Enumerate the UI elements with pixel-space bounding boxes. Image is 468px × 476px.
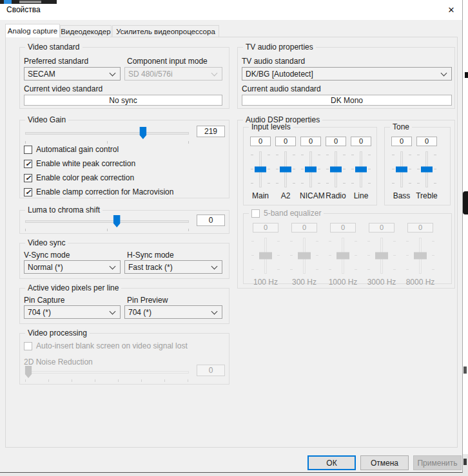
slider-ticks (25, 141, 189, 144)
level-line: 0 Line (350, 137, 372, 200)
chevron-down-icon (211, 263, 218, 270)
level-slider[interactable] (300, 151, 322, 188)
background-title-text-fragment (19, 1, 41, 3)
slider-track (25, 371, 189, 374)
pin-preview-select[interactable]: 704 (*) (124, 305, 222, 319)
group-luma-shift: Luma to chroma shift 0 (19, 210, 229, 234)
slider-track[interactable] (25, 220, 189, 223)
color-peak-checkbox[interactable]: ✓ (24, 174, 32, 182)
slider-thumb[interactable] (421, 167, 433, 173)
group-active-pixels: Active video pixels per line Pin Capture… (19, 288, 229, 324)
hsync-mode-label: H-Sync mode (127, 251, 174, 260)
tone-value: 0 (416, 137, 437, 146)
group-tv-audio: TV audio properties TV audio standard DK… (237, 47, 455, 109)
slider-thumb[interactable] (280, 167, 291, 173)
level-a2: 0 A2 (275, 137, 297, 200)
ok-button[interactable]: ОК (307, 455, 356, 470)
level-slider[interactable] (325, 151, 347, 188)
eq-band-300: 0 300 Hz (289, 223, 320, 287)
slider-track[interactable] (25, 132, 189, 135)
apply-button: Применить (413, 455, 462, 470)
slider-thumb[interactable] (396, 167, 407, 173)
clamp-checkbox[interactable]: ✓ (24, 188, 32, 196)
group-title: Video sync (25, 238, 68, 247)
background-fragment (463, 459, 467, 465)
background-fragment (463, 367, 467, 374)
equalizer-label: 5-band equalizer (264, 209, 321, 218)
component-input-mode-label: Component input mode (127, 57, 208, 66)
slider-thumb (414, 252, 427, 260)
slider-thumb[interactable] (113, 215, 121, 227)
chevron-down-icon (110, 263, 116, 270)
luma-shift-slider[interactable] (25, 215, 189, 227)
band-label: 3000 Hz (366, 278, 397, 287)
band-value: 0 (369, 223, 395, 233)
pin-capture-select[interactable]: 704 (*) (24, 305, 121, 319)
group-title: Active video pixels per line (25, 283, 121, 292)
preferred-standard-label: Preferred standard (24, 57, 88, 66)
band-value: 0 (291, 223, 317, 233)
band-slider (327, 237, 358, 274)
agc-checkbox[interactable]: ✓ (24, 146, 32, 154)
current-audio-standard-label: Current audio standard (242, 84, 321, 93)
tv-audio-standard-select[interactable]: DK/BG [Autodetect] (242, 67, 452, 81)
level-label: NICAM (300, 191, 322, 200)
white-peak-checkbox[interactable]: ✓ (24, 160, 32, 168)
tone-bass: 0 Bass (391, 137, 413, 200)
level-radio: 0 Radio (325, 137, 347, 200)
close-icon[interactable]: ✕ (445, 4, 457, 15)
slider-thumb[interactable] (139, 127, 146, 139)
band-value: 0 (330, 223, 356, 233)
pin-preview-label: Pin Preview (127, 296, 168, 305)
luma-shift-value: 0 (197, 214, 225, 226)
tone-value: 0 (391, 137, 412, 146)
slider-thumb[interactable] (330, 167, 342, 173)
selected-value: 704 (*) (128, 308, 151, 317)
tab-video-amplifier[interactable]: Усилитель видеопроцессора (112, 25, 219, 37)
white-peak-label: Enable white peak correction (36, 159, 135, 168)
eq-band-8000: 0 8000 Hz (405, 223, 436, 287)
group-video-gain: Video Gain 219 ✓ Automatical gain contro… (19, 120, 229, 198)
slider-thumb[interactable] (355, 167, 367, 173)
chevron-down-icon (110, 309, 116, 315)
hsync-mode-select[interactable]: Fast track (*) (124, 260, 222, 274)
level-value: 0 (326, 137, 346, 146)
band-label: 1000 Hz (327, 278, 358, 287)
selected-value: Fast track (*) (128, 263, 173, 272)
clamp-checkbox-row: ✓ Enable clamp correction for Macrovisio… (24, 187, 173, 196)
group-equalizer: ✓ 5-band equalizer 0 100 Hz 0 300 Hz 0 1… (243, 213, 452, 284)
background-fragment (465, 72, 468, 78)
component-input-mode-select: SD 480i/576i (124, 67, 222, 81)
slider-thumb (298, 252, 311, 260)
pin-capture-label: Pin Capture (24, 296, 64, 305)
eq-band-3000: 0 3000 Hz (366, 223, 397, 287)
selected-value: DK/BG [Autodetect] (246, 70, 313, 79)
vsync-mode-select[interactable]: Normal (*) (24, 260, 121, 274)
level-slider[interactable] (350, 151, 372, 188)
tone-slider[interactable] (391, 151, 413, 188)
vsync-mode-label: V-Sync mode (24, 251, 70, 260)
tone-label: Treble (416, 191, 438, 200)
band-label: 8000 Hz (405, 278, 436, 287)
group-title: Input levels (249, 122, 293, 131)
background-fragment (463, 454, 468, 476)
cancel-button[interactable]: Отмена (360, 455, 409, 470)
color-peak-label: Enable color peak correction (36, 173, 134, 182)
tab-analog-capture[interactable]: Analog capture (5, 24, 60, 37)
selected-value: Normal (*) (28, 263, 63, 272)
tone-slider[interactable] (416, 151, 438, 188)
tab-video-decoder[interactable]: Видеодекодер (60, 25, 112, 37)
slider-thumb[interactable] (305, 167, 317, 173)
preferred-standard-select[interactable]: SECAM (24, 67, 121, 81)
auto-blank-checkbox-row: ✓ Auto-insert blank screen on video sign… (24, 341, 188, 350)
level-nicam: 0 NICAM (300, 137, 322, 200)
level-slider[interactable] (275, 151, 297, 188)
check-icon: ✓ (25, 160, 31, 167)
level-slider[interactable] (249, 151, 271, 188)
agc-label: Automatical gain control (36, 145, 119, 154)
video-gain-slider[interactable] (25, 127, 189, 139)
tone-treble: 0 Treble (416, 137, 438, 200)
background-window-top-fragment (0, 0, 57, 4)
slider-thumb[interactable] (255, 167, 266, 173)
level-label: A2 (275, 191, 297, 200)
